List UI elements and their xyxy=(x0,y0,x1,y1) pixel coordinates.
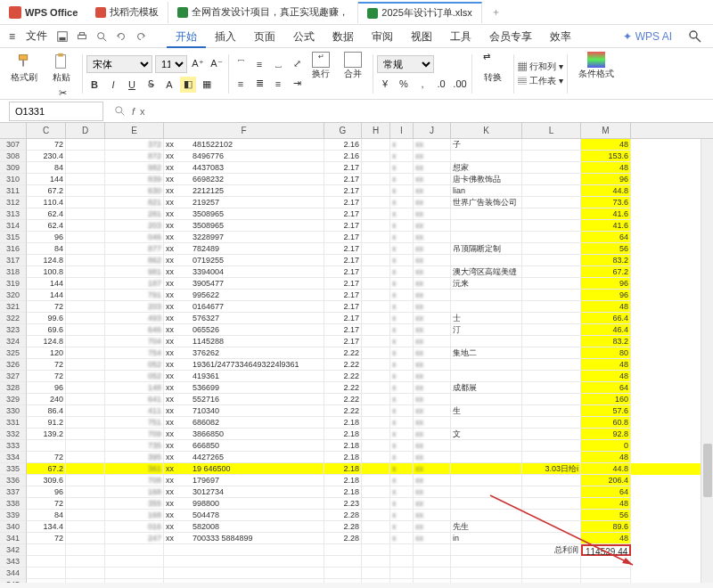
row-header[interactable]: 317 xyxy=(0,255,27,266)
cell[interactable] xyxy=(66,371,105,382)
cell[interactable]: 67.2 xyxy=(581,266,631,278)
cell[interactable]: 2.18 xyxy=(324,429,362,440)
cell[interactable]: 72 xyxy=(27,498,66,510)
cell[interactable]: 86.4 xyxy=(27,405,66,417)
table-row[interactable]: 31596046xx32289972.17xxx64 xyxy=(0,232,713,243)
font-size-select[interactable]: 11 xyxy=(155,55,187,73)
undo-icon[interactable] xyxy=(114,29,128,44)
cell[interactable]: x xyxy=(390,382,414,394)
align-top-icon[interactable]: ⎴ xyxy=(233,56,249,72)
cell[interactable] xyxy=(66,510,105,521)
row-header[interactable]: 331 xyxy=(0,417,27,429)
table-row[interactable]: 325120754xx3762622.22xxx集地二80 xyxy=(0,347,713,359)
cell[interactable] xyxy=(522,324,581,336)
cell[interactable]: 72 xyxy=(27,301,66,313)
cell[interactable]: 44.8 xyxy=(581,463,631,475)
cell[interactable]: 62.4 xyxy=(27,208,66,220)
row-header[interactable]: 321 xyxy=(0,301,27,313)
row-header[interactable]: 341 xyxy=(0,533,27,544)
cell[interactable] xyxy=(66,197,105,208)
cell[interactable]: 2.17 xyxy=(324,220,362,232)
ribbon-tab-数据[interactable]: 数据 xyxy=(324,25,363,48)
format-painter-button[interactable]: 格式刷 xyxy=(7,50,41,86)
cell[interactable] xyxy=(451,510,522,521)
cell[interactable]: 2.17 xyxy=(324,232,362,243)
cell[interactable]: 2.17 xyxy=(324,197,362,208)
cell[interactable]: xx xyxy=(414,243,451,255)
cell[interactable]: xx3394004 xyxy=(164,266,324,278)
row-header[interactable]: 324 xyxy=(0,336,27,347)
cell[interactable]: xx3866850 xyxy=(164,429,324,440)
cell[interactable] xyxy=(362,278,390,290)
ribbon-tab-公式[interactable]: 公式 xyxy=(284,25,324,48)
table-row[interactable]: 317124.8862xx07192552.17xxx83.2 xyxy=(0,255,713,266)
cell[interactable]: xx419361 xyxy=(164,371,324,382)
cell[interactable]: x xyxy=(390,208,414,220)
cell[interactable]: 48 xyxy=(581,498,631,510)
cell[interactable]: 110.4 xyxy=(27,197,66,208)
cell[interactable]: xx998800 xyxy=(164,498,324,510)
cell[interactable] xyxy=(451,440,522,452)
cell[interactable] xyxy=(522,208,581,220)
cell[interactable]: xx3012734 xyxy=(164,486,324,498)
cell[interactable] xyxy=(66,359,105,371)
table-row[interactable]: 30772372xx4815221022.16xxx子48 xyxy=(0,139,713,151)
orientation-icon[interactable]: ⤢ xyxy=(289,56,305,72)
italic-button[interactable]: I xyxy=(105,77,121,93)
cell[interactable]: xx0164677 xyxy=(164,301,324,313)
cell[interactable] xyxy=(451,255,522,266)
cell[interactable]: 2.22 xyxy=(324,347,362,359)
align-left-icon[interactable]: ≡ xyxy=(233,76,249,92)
file-menu[interactable]: 文件 xyxy=(20,29,53,44)
cell[interactable]: 澳大湾区高端美缝 xyxy=(451,266,522,278)
cell[interactable]: 2.28 xyxy=(324,533,362,544)
cell[interactable]: 641 xyxy=(105,394,164,405)
cell[interactable]: x xyxy=(390,463,414,475)
cell[interactable]: x xyxy=(390,174,414,185)
row-header[interactable]: 315 xyxy=(0,232,27,243)
cell[interactable]: 67.2 xyxy=(27,463,66,475)
table-row[interactable]: 340134.4016xx5820082.28xxx先生89.6 xyxy=(0,521,713,533)
table-row[interactable]: 33567.2361xx19 6465002.18xxx3.03日给i44.8 xyxy=(0,463,713,475)
align-middle-icon[interactable]: ≡ xyxy=(251,56,267,72)
cell[interactable] xyxy=(66,278,105,290)
cell[interactable]: x xyxy=(390,440,414,452)
cell[interactable]: xx xyxy=(414,475,451,486)
table-row[interactable]: 324124.8704xx11452882.17xxx83.2 xyxy=(0,336,713,347)
row-header[interactable]: 308 xyxy=(0,151,27,162)
cell[interactable] xyxy=(522,197,581,208)
doc-tab-2[interactable]: 2025年设计订单.xlsx xyxy=(358,2,481,23)
cell[interactable]: 168 xyxy=(105,510,164,521)
cell[interactable]: xx xyxy=(414,463,451,475)
cell[interactable]: xx219257 xyxy=(164,197,324,208)
cell[interactable]: 2.17 xyxy=(324,243,362,255)
cell[interactable]: xx8496776 xyxy=(164,151,324,162)
cell[interactable] xyxy=(362,151,390,162)
cell[interactable]: xx xyxy=(414,510,451,521)
row-header[interactable]: 335 xyxy=(0,463,27,475)
cell[interactable]: xx504478 xyxy=(164,510,324,521)
cell[interactable]: x xyxy=(390,452,414,463)
cell[interactable] xyxy=(362,371,390,382)
table-row[interactable]: 32299.6493xx5763272.17xxx士66.4 xyxy=(0,313,713,324)
cell[interactable]: 0 xyxy=(581,440,631,452)
cell[interactable]: xx700333 5884899 xyxy=(164,533,324,544)
table-row[interactable]: 31684877xx7824892.17xxx吊顶隔断定制56 xyxy=(0,243,713,255)
cell[interactable] xyxy=(451,417,522,429)
ribbon-tab-会员专享[interactable]: 会员专享 xyxy=(480,25,541,48)
table-row[interactable]: 329240641xx5527162.22xxx160 xyxy=(0,394,713,405)
cell[interactable]: 84 xyxy=(27,243,66,255)
cell[interactable]: x xyxy=(390,429,414,440)
cell[interactable] xyxy=(362,324,390,336)
cell[interactable] xyxy=(362,232,390,243)
row-header[interactable]: 323 xyxy=(0,324,27,336)
cell[interactable]: 2.17 xyxy=(324,324,362,336)
col-header-C[interactable]: C xyxy=(27,123,66,138)
cell[interactable] xyxy=(522,510,581,521)
cell[interactable]: 2.28 xyxy=(324,510,362,521)
cell[interactable] xyxy=(451,475,522,486)
cell[interactable] xyxy=(66,313,105,324)
cell[interactable] xyxy=(522,429,581,440)
cell[interactable]: 64 xyxy=(581,382,631,394)
cell[interactable] xyxy=(522,475,581,486)
